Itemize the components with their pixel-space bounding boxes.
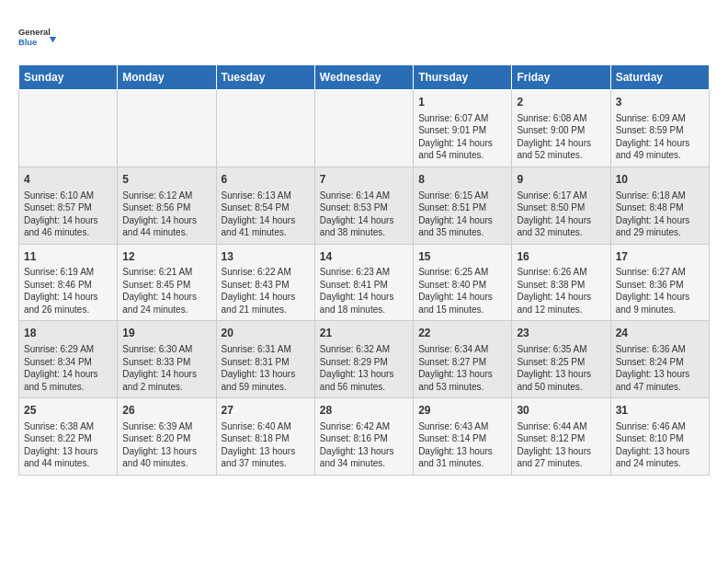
day-number: 24 <box>616 326 704 341</box>
week-row-2: 4Sunrise: 6:10 AM Sunset: 8:57 PM Daylig… <box>19 167 710 244</box>
week-row-4: 18Sunrise: 6:29 AM Sunset: 8:34 PM Dayli… <box>19 321 710 398</box>
day-info: Sunrise: 6:26 AM Sunset: 8:38 PM Dayligh… <box>517 266 605 316</box>
header-saturday: Saturday <box>610 65 709 90</box>
day-info: Sunrise: 6:34 AM Sunset: 8:27 PM Dayligh… <box>418 343 506 393</box>
day-info: Sunrise: 6:15 AM Sunset: 8:51 PM Dayligh… <box>418 190 506 239</box>
day-number: 31 <box>616 403 704 419</box>
day-info: Sunrise: 6:46 AM Sunset: 8:10 PM Dayligh… <box>616 420 704 470</box>
calendar-cell <box>19 90 118 167</box>
day-number: 23 <box>517 326 605 341</box>
calendar-cell: 15Sunrise: 6:25 AM Sunset: 8:40 PM Dayli… <box>414 244 512 321</box>
day-info: Sunrise: 6:35 AM Sunset: 8:25 PM Dayligh… <box>517 343 605 393</box>
day-number: 2 <box>517 95 605 110</box>
calendar-cell: 4Sunrise: 6:10 AM Sunset: 8:57 PM Daylig… <box>19 167 118 244</box>
day-info: Sunrise: 6:39 AM Sunset: 8:20 PM Dayligh… <box>122 420 210 470</box>
day-number: 11 <box>24 249 112 265</box>
day-info: Sunrise: 6:14 AM Sunset: 8:53 PM Dayligh… <box>320 190 408 239</box>
day-number: 30 <box>517 403 605 419</box>
header-wednesday: Wednesday <box>314 65 413 90</box>
calendar-cell: 16Sunrise: 6:26 AM Sunset: 8:38 PM Dayli… <box>512 244 610 321</box>
day-info: Sunrise: 6:07 AM Sunset: 9:01 PM Dayligh… <box>418 112 506 162</box>
day-info: Sunrise: 6:40 AM Sunset: 8:18 PM Dayligh… <box>222 420 310 470</box>
day-info: Sunrise: 6:25 AM Sunset: 8:40 PM Dayligh… <box>418 266 506 316</box>
logo: General Blue <box>18 18 64 55</box>
calendar-cell <box>314 90 413 167</box>
calendar-cell: 31Sunrise: 6:46 AM Sunset: 8:10 PM Dayli… <box>610 398 709 476</box>
calendar-cell: 27Sunrise: 6:40 AM Sunset: 8:18 PM Dayli… <box>216 398 314 476</box>
day-info: Sunrise: 6:36 AM Sunset: 8:24 PM Dayligh… <box>616 343 704 393</box>
day-number: 7 <box>320 172 408 188</box>
calendar-cell: 8Sunrise: 6:15 AM Sunset: 8:51 PM Daylig… <box>414 167 512 244</box>
calendar-cell: 26Sunrise: 6:39 AM Sunset: 8:20 PM Dayli… <box>118 398 216 476</box>
calendar-cell: 25Sunrise: 6:38 AM Sunset: 8:22 PM Dayli… <box>19 398 118 476</box>
day-info: Sunrise: 6:23 AM Sunset: 8:41 PM Dayligh… <box>320 266 408 316</box>
day-number: 22 <box>418 326 506 341</box>
svg-text:Blue: Blue <box>18 38 37 47</box>
day-info: Sunrise: 6:12 AM Sunset: 8:56 PM Dayligh… <box>122 190 210 239</box>
header-sunday: Sunday <box>19 65 118 90</box>
calendar-cell: 19Sunrise: 6:30 AM Sunset: 8:33 PM Dayli… <box>118 321 216 398</box>
calendar-table: SundayMondayTuesdayWednesdayThursdayFrid… <box>18 64 710 476</box>
calendar-cell: 2Sunrise: 6:08 AM Sunset: 9:00 PM Daylig… <box>512 90 610 167</box>
header-friday: Friday <box>512 65 610 90</box>
day-info: Sunrise: 6:22 AM Sunset: 8:43 PM Dayligh… <box>222 266 310 316</box>
calendar-cell: 17Sunrise: 6:27 AM Sunset: 8:36 PM Dayli… <box>610 244 709 321</box>
day-number: 5 <box>122 172 210 188</box>
calendar-cell: 21Sunrise: 6:32 AM Sunset: 8:29 PM Dayli… <box>314 321 413 398</box>
week-row-5: 25Sunrise: 6:38 AM Sunset: 8:22 PM Dayli… <box>19 398 710 476</box>
logo-svg: General Blue <box>18 18 64 55</box>
svg-text:General: General <box>18 28 51 37</box>
day-info: Sunrise: 6:13 AM Sunset: 8:54 PM Dayligh… <box>222 190 310 239</box>
day-info: Sunrise: 6:18 AM Sunset: 8:48 PM Dayligh… <box>616 190 704 239</box>
week-row-3: 11Sunrise: 6:19 AM Sunset: 8:46 PM Dayli… <box>19 244 710 321</box>
calendar-cell: 5Sunrise: 6:12 AM Sunset: 8:56 PM Daylig… <box>118 167 216 244</box>
day-number: 13 <box>222 249 310 265</box>
calendar-cell: 10Sunrise: 6:18 AM Sunset: 8:48 PM Dayli… <box>610 167 709 244</box>
day-number: 26 <box>122 403 210 419</box>
header-thursday: Thursday <box>414 65 512 90</box>
day-number: 17 <box>616 249 704 265</box>
day-info: Sunrise: 6:43 AM Sunset: 8:14 PM Dayligh… <box>418 420 506 470</box>
header-monday: Monday <box>118 65 216 90</box>
day-number: 4 <box>24 172 112 188</box>
day-info: Sunrise: 6:29 AM Sunset: 8:34 PM Dayligh… <box>24 343 112 393</box>
day-info: Sunrise: 6:08 AM Sunset: 9:00 PM Dayligh… <box>517 112 605 162</box>
day-info: Sunrise: 6:38 AM Sunset: 8:22 PM Dayligh… <box>24 420 112 470</box>
calendar-cell: 24Sunrise: 6:36 AM Sunset: 8:24 PM Dayli… <box>610 321 709 398</box>
day-number: 12 <box>122 249 210 265</box>
day-number: 29 <box>418 403 506 419</box>
day-number: 8 <box>418 172 506 188</box>
day-number: 6 <box>222 172 310 188</box>
calendar-cell <box>216 90 314 167</box>
calendar-cell: 7Sunrise: 6:14 AM Sunset: 8:53 PM Daylig… <box>314 167 413 244</box>
calendar-cell: 12Sunrise: 6:21 AM Sunset: 8:45 PM Dayli… <box>118 244 216 321</box>
day-number: 10 <box>616 172 704 188</box>
calendar-cell: 20Sunrise: 6:31 AM Sunset: 8:31 PM Dayli… <box>216 321 314 398</box>
day-info: Sunrise: 6:17 AM Sunset: 8:50 PM Dayligh… <box>517 190 605 239</box>
calendar-cell: 3Sunrise: 6:09 AM Sunset: 8:59 PM Daylig… <box>610 90 709 167</box>
page-header: General Blue <box>18 18 710 55</box>
day-number: 1 <box>418 95 506 110</box>
day-number: 3 <box>616 95 704 110</box>
day-number: 21 <box>320 326 408 341</box>
calendar-cell: 11Sunrise: 6:19 AM Sunset: 8:46 PM Dayli… <box>19 244 118 321</box>
day-info: Sunrise: 6:44 AM Sunset: 8:12 PM Dayligh… <box>517 420 605 470</box>
svg-marker-1 <box>50 37 57 42</box>
calendar-cell: 6Sunrise: 6:13 AM Sunset: 8:54 PM Daylig… <box>216 167 314 244</box>
calendar-cell: 9Sunrise: 6:17 AM Sunset: 8:50 PM Daylig… <box>512 167 610 244</box>
day-info: Sunrise: 6:27 AM Sunset: 8:36 PM Dayligh… <box>616 266 704 316</box>
day-info: Sunrise: 6:09 AM Sunset: 8:59 PM Dayligh… <box>616 112 704 162</box>
calendar-cell: 22Sunrise: 6:34 AM Sunset: 8:27 PM Dayli… <box>414 321 512 398</box>
day-info: Sunrise: 6:21 AM Sunset: 8:45 PM Dayligh… <box>122 266 210 316</box>
day-number: 20 <box>222 326 310 341</box>
day-info: Sunrise: 6:19 AM Sunset: 8:46 PM Dayligh… <box>24 266 112 316</box>
calendar-cell: 29Sunrise: 6:43 AM Sunset: 8:14 PM Dayli… <box>414 398 512 476</box>
calendar-cell: 28Sunrise: 6:42 AM Sunset: 8:16 PM Dayli… <box>314 398 413 476</box>
day-number: 19 <box>122 326 210 341</box>
day-info: Sunrise: 6:10 AM Sunset: 8:57 PM Dayligh… <box>24 190 112 239</box>
calendar-cell: 18Sunrise: 6:29 AM Sunset: 8:34 PM Dayli… <box>19 321 118 398</box>
day-number: 27 <box>222 403 310 419</box>
calendar-cell: 30Sunrise: 6:44 AM Sunset: 8:12 PM Dayli… <box>512 398 610 476</box>
calendar-header-row: SundayMondayTuesdayWednesdayThursdayFrid… <box>19 65 710 90</box>
week-row-1: 1Sunrise: 6:07 AM Sunset: 9:01 PM Daylig… <box>19 90 710 167</box>
